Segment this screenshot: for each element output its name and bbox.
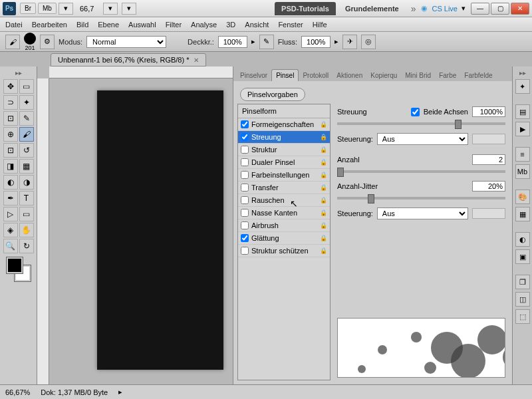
- menu-filter[interactable]: Filter: [166, 21, 182, 29]
- menu-select[interactable]: Auswahl: [128, 21, 156, 29]
- dock-color-icon[interactable]: 🎨: [515, 190, 530, 204]
- dock-layers-icon[interactable]: ❐: [515, 275, 530, 289]
- shape-checkbox[interactable]: [241, 234, 249, 242]
- menu-file[interactable]: Datei: [5, 21, 23, 29]
- tab-clone[interactable]: Kopierqu: [366, 70, 401, 81]
- lock-icon[interactable]: 🔒: [320, 209, 327, 216]
- shape-item[interactable]: Formeigenschaften🔒: [238, 118, 330, 131]
- jitter-control-select[interactable]: Aus: [377, 207, 468, 219]
- tab-brush[interactable]: Pinsel: [271, 69, 299, 81]
- tool-preset-picker[interactable]: 🖌: [5, 35, 20, 49]
- dock-paths-icon[interactable]: ⬚: [515, 309, 530, 324]
- brush-preview-icon[interactable]: [24, 33, 36, 45]
- blur-tool[interactable]: ◐: [3, 175, 18, 190]
- mode-select[interactable]: Normal: [86, 36, 166, 48]
- more-workspaces[interactable]: »: [406, 3, 422, 14]
- rotate-tool[interactable]: ↻: [19, 239, 34, 253]
- screen-mode[interactable]: ▾: [122, 3, 136, 15]
- dodge-tool[interactable]: ◑: [19, 175, 34, 190]
- brush-presets-button[interactable]: Pinselvorgaben: [240, 88, 305, 101]
- 3d-tool[interactable]: ◈: [3, 223, 18, 237]
- cs-live-button[interactable]: CS Live: [428, 5, 462, 13]
- dock-navigator-icon[interactable]: ▶: [515, 122, 530, 136]
- shape-item[interactable]: Farbeinstellungen🔒: [238, 169, 330, 182]
- flow-dropdown[interactable]: ▸: [334, 37, 338, 46]
- airbrush-icon[interactable]: ✈: [342, 35, 357, 49]
- scatter-slider[interactable]: [337, 122, 505, 125]
- marquee-tool[interactable]: ▭: [19, 79, 34, 94]
- scatter-control-select[interactable]: Aus: [377, 133, 468, 145]
- dock-swatches-icon[interactable]: ▦: [515, 207, 530, 221]
- status-zoom[interactable]: 66,67%: [5, 388, 30, 396]
- cs-live-dropdown[interactable]: ▾: [462, 4, 466, 13]
- eraser-tool[interactable]: ◨: [3, 159, 18, 174]
- tab-color[interactable]: Farbe: [435, 70, 460, 81]
- shape-checkbox[interactable]: [241, 120, 249, 128]
- menu-edit[interactable]: Bearbeiten: [32, 21, 67, 29]
- brush-panel-toggle[interactable]: ⚙: [40, 35, 55, 49]
- shape-item[interactable]: Airbrush🔒: [238, 219, 330, 232]
- dock-mask-icon[interactable]: ▣: [515, 249, 530, 264]
- shape-checkbox[interactable]: [241, 247, 249, 255]
- count-jitter-slider[interactable]: [337, 197, 505, 200]
- eyedropper-tool[interactable]: ✎: [19, 111, 34, 126]
- path-tool[interactable]: ▷: [3, 207, 18, 221]
- tab-presets[interactable]: Pinselvor: [236, 70, 271, 81]
- zoom-tool[interactable]: 🔍: [3, 239, 18, 253]
- menu-image[interactable]: Bild: [76, 21, 88, 29]
- status-dropdown[interactable]: ▸: [118, 388, 122, 396]
- dock-mb-icon[interactable]: Mb: [515, 164, 530, 179]
- shape-item[interactable]: Struktur schützen🔒: [238, 245, 330, 257]
- lasso-tool[interactable]: ⊃: [3, 95, 18, 110]
- dock-history-icon[interactable]: ≡: [515, 147, 530, 162]
- lock-icon[interactable]: 🔒: [320, 222, 327, 229]
- menu-window[interactable]: Fenster: [278, 21, 303, 29]
- tab-history[interactable]: Protokoll: [299, 70, 332, 81]
- minimize-button[interactable]: —: [471, 3, 489, 15]
- gradient-tool[interactable]: ▦: [19, 159, 34, 174]
- workspace-tab-active[interactable]: PSD-Tutorials: [275, 2, 336, 15]
- status-doc[interactable]: Dok: 1,37 MB/0 Byte: [41, 388, 108, 396]
- shape-checkbox[interactable]: [241, 158, 249, 166]
- shape-checkbox[interactable]: [241, 221, 249, 229]
- crop-tool[interactable]: ⊡: [3, 111, 18, 126]
- lock-icon[interactable]: 🔒: [320, 146, 327, 153]
- opacity-input[interactable]: [218, 36, 247, 48]
- opacity-pressure-icon[interactable]: ✎: [259, 35, 274, 49]
- shape-checkbox[interactable]: [241, 171, 249, 179]
- minibridge-button[interactable]: Mb: [38, 3, 57, 14]
- tab-swatches[interactable]: Farbfelde: [460, 70, 496, 81]
- heal-tool[interactable]: ⊕: [3, 127, 18, 142]
- dock-channels-icon[interactable]: ◫: [515, 292, 530, 307]
- color-swatches[interactable]: [7, 257, 31, 281]
- menu-3d[interactable]: 3D: [226, 21, 235, 29]
- workspace-tab[interactable]: Grundelemente: [338, 2, 406, 15]
- shape-checkbox[interactable]: [241, 146, 249, 154]
- shape-checkbox[interactable]: [241, 196, 249, 204]
- lock-icon[interactable]: 🔒: [320, 172, 327, 178]
- shape-checkbox[interactable]: [241, 184, 249, 192]
- lock-icon[interactable]: 🔒: [320, 159, 327, 166]
- close-button[interactable]: ✕: [511, 3, 529, 15]
- lock-icon[interactable]: 🔒: [320, 121, 327, 128]
- shape-checkbox[interactable]: [241, 209, 249, 217]
- tab-actions[interactable]: Aktionen: [332, 70, 366, 81]
- shape-item[interactable]: Nasse Kanten🔒: [238, 207, 330, 219]
- count-slider[interactable]: [337, 170, 505, 173]
- layout-dropdown[interactable]: ▾: [59, 3, 73, 15]
- view-dropdown[interactable]: ▾: [103, 3, 118, 15]
- lock-icon[interactable]: 🔒: [320, 197, 327, 203]
- shape-item[interactable]: Transfer🔒: [238, 182, 330, 194]
- tab-minibridge[interactable]: Mini Brid: [401, 70, 435, 81]
- shape-item[interactable]: Streuung🔒: [238, 131, 330, 144]
- lock-icon[interactable]: 🔒: [320, 184, 327, 191]
- history-brush-tool[interactable]: ↺: [19, 143, 34, 158]
- document-tab-close[interactable]: ✕: [194, 57, 199, 64]
- tablet-pressure-icon[interactable]: ◎: [361, 35, 376, 49]
- dock-adjust-icon[interactable]: ◐: [515, 232, 530, 247]
- menu-layer[interactable]: Ebene: [98, 21, 119, 29]
- flow-input[interactable]: [301, 36, 331, 48]
- menu-analysis[interactable]: Analyse: [191, 21, 217, 29]
- both-axes-checkbox[interactable]: [411, 108, 420, 116]
- shape-checkbox[interactable]: [241, 133, 249, 141]
